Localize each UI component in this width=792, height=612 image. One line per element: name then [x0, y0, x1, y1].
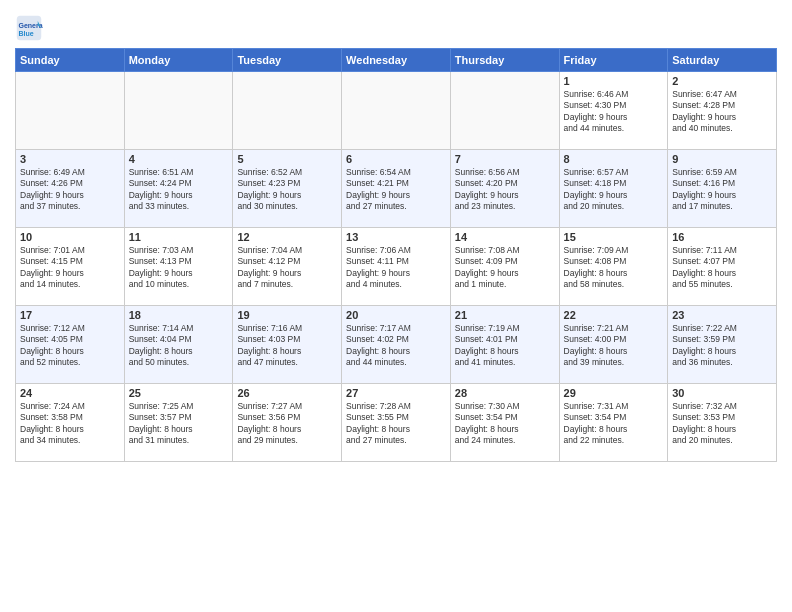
calendar-cell: 12Sunrise: 7:04 AM Sunset: 4:12 PM Dayli…: [233, 228, 342, 306]
day-info: Sunrise: 7:25 AM Sunset: 3:57 PM Dayligh…: [129, 401, 229, 447]
day-info: Sunrise: 7:08 AM Sunset: 4:09 PM Dayligh…: [455, 245, 555, 291]
logo: General Blue: [15, 14, 47, 42]
day-number: 14: [455, 231, 555, 243]
day-info: Sunrise: 7:19 AM Sunset: 4:01 PM Dayligh…: [455, 323, 555, 369]
calendar-cell: [124, 72, 233, 150]
calendar-cell: [342, 72, 451, 150]
col-header-monday: Monday: [124, 49, 233, 72]
day-number: 19: [237, 309, 337, 321]
day-info: Sunrise: 7:09 AM Sunset: 4:08 PM Dayligh…: [564, 245, 664, 291]
calendar-cell: 9Sunrise: 6:59 AM Sunset: 4:16 PM Daylig…: [668, 150, 777, 228]
day-number: 10: [20, 231, 120, 243]
day-info: Sunrise: 7:21 AM Sunset: 4:00 PM Dayligh…: [564, 323, 664, 369]
day-number: 5: [237, 153, 337, 165]
calendar-cell: 20Sunrise: 7:17 AM Sunset: 4:02 PM Dayli…: [342, 306, 451, 384]
day-number: 24: [20, 387, 120, 399]
logo-icon: General Blue: [15, 14, 43, 42]
main-container: General Blue SundayMondayTuesdayWednesda…: [0, 0, 792, 467]
day-number: 23: [672, 309, 772, 321]
day-info: Sunrise: 6:51 AM Sunset: 4:24 PM Dayligh…: [129, 167, 229, 213]
day-info: Sunrise: 7:32 AM Sunset: 3:53 PM Dayligh…: [672, 401, 772, 447]
day-info: Sunrise: 6:49 AM Sunset: 4:26 PM Dayligh…: [20, 167, 120, 213]
calendar-cell: 5Sunrise: 6:52 AM Sunset: 4:23 PM Daylig…: [233, 150, 342, 228]
calendar-cell: 25Sunrise: 7:25 AM Sunset: 3:57 PM Dayli…: [124, 384, 233, 462]
day-info: Sunrise: 7:17 AM Sunset: 4:02 PM Dayligh…: [346, 323, 446, 369]
calendar-cell: 28Sunrise: 7:30 AM Sunset: 3:54 PM Dayli…: [450, 384, 559, 462]
day-info: Sunrise: 7:27 AM Sunset: 3:56 PM Dayligh…: [237, 401, 337, 447]
day-number: 4: [129, 153, 229, 165]
calendar-week-row: 24Sunrise: 7:24 AM Sunset: 3:58 PM Dayli…: [16, 384, 777, 462]
day-info: Sunrise: 7:04 AM Sunset: 4:12 PM Dayligh…: [237, 245, 337, 291]
calendar-cell: 18Sunrise: 7:14 AM Sunset: 4:04 PM Dayli…: [124, 306, 233, 384]
day-number: 17: [20, 309, 120, 321]
day-number: 26: [237, 387, 337, 399]
day-number: 1: [564, 75, 664, 87]
calendar-header-row: SundayMondayTuesdayWednesdayThursdayFrid…: [16, 49, 777, 72]
day-number: 21: [455, 309, 555, 321]
day-info: Sunrise: 6:47 AM Sunset: 4:28 PM Dayligh…: [672, 89, 772, 135]
calendar-cell: 8Sunrise: 6:57 AM Sunset: 4:18 PM Daylig…: [559, 150, 668, 228]
calendar-cell: 14Sunrise: 7:08 AM Sunset: 4:09 PM Dayli…: [450, 228, 559, 306]
col-header-thursday: Thursday: [450, 49, 559, 72]
col-header-sunday: Sunday: [16, 49, 125, 72]
calendar-cell: 1Sunrise: 6:46 AM Sunset: 4:30 PM Daylig…: [559, 72, 668, 150]
day-number: 18: [129, 309, 229, 321]
day-info: Sunrise: 7:16 AM Sunset: 4:03 PM Dayligh…: [237, 323, 337, 369]
calendar-cell: 11Sunrise: 7:03 AM Sunset: 4:13 PM Dayli…: [124, 228, 233, 306]
calendar-cell: 30Sunrise: 7:32 AM Sunset: 3:53 PM Dayli…: [668, 384, 777, 462]
day-number: 3: [20, 153, 120, 165]
day-number: 6: [346, 153, 446, 165]
calendar-cell: 6Sunrise: 6:54 AM Sunset: 4:21 PM Daylig…: [342, 150, 451, 228]
col-header-friday: Friday: [559, 49, 668, 72]
calendar-cell: 4Sunrise: 6:51 AM Sunset: 4:24 PM Daylig…: [124, 150, 233, 228]
day-info: Sunrise: 7:11 AM Sunset: 4:07 PM Dayligh…: [672, 245, 772, 291]
calendar-cell: [233, 72, 342, 150]
day-number: 27: [346, 387, 446, 399]
day-info: Sunrise: 7:06 AM Sunset: 4:11 PM Dayligh…: [346, 245, 446, 291]
calendar-week-row: 3Sunrise: 6:49 AM Sunset: 4:26 PM Daylig…: [16, 150, 777, 228]
svg-text:Blue: Blue: [19, 30, 34, 37]
day-number: 9: [672, 153, 772, 165]
calendar-cell: 21Sunrise: 7:19 AM Sunset: 4:01 PM Dayli…: [450, 306, 559, 384]
calendar-cell: 3Sunrise: 6:49 AM Sunset: 4:26 PM Daylig…: [16, 150, 125, 228]
day-number: 11: [129, 231, 229, 243]
day-info: Sunrise: 6:54 AM Sunset: 4:21 PM Dayligh…: [346, 167, 446, 213]
calendar-cell: 15Sunrise: 7:09 AM Sunset: 4:08 PM Dayli…: [559, 228, 668, 306]
day-number: 2: [672, 75, 772, 87]
calendar-cell: 13Sunrise: 7:06 AM Sunset: 4:11 PM Dayli…: [342, 228, 451, 306]
day-number: 22: [564, 309, 664, 321]
day-number: 13: [346, 231, 446, 243]
day-info: Sunrise: 7:24 AM Sunset: 3:58 PM Dayligh…: [20, 401, 120, 447]
calendar-cell: 2Sunrise: 6:47 AM Sunset: 4:28 PM Daylig…: [668, 72, 777, 150]
day-info: Sunrise: 7:28 AM Sunset: 3:55 PM Dayligh…: [346, 401, 446, 447]
day-info: Sunrise: 6:46 AM Sunset: 4:30 PM Dayligh…: [564, 89, 664, 135]
calendar-cell: 23Sunrise: 7:22 AM Sunset: 3:59 PM Dayli…: [668, 306, 777, 384]
day-number: 20: [346, 309, 446, 321]
calendar-cell: 24Sunrise: 7:24 AM Sunset: 3:58 PM Dayli…: [16, 384, 125, 462]
calendar-cell: 29Sunrise: 7:31 AM Sunset: 3:54 PM Dayli…: [559, 384, 668, 462]
day-info: Sunrise: 7:30 AM Sunset: 3:54 PM Dayligh…: [455, 401, 555, 447]
col-header-tuesday: Tuesday: [233, 49, 342, 72]
col-header-saturday: Saturday: [668, 49, 777, 72]
day-info: Sunrise: 7:22 AM Sunset: 3:59 PM Dayligh…: [672, 323, 772, 369]
calendar-week-row: 10Sunrise: 7:01 AM Sunset: 4:15 PM Dayli…: [16, 228, 777, 306]
day-info: Sunrise: 7:03 AM Sunset: 4:13 PM Dayligh…: [129, 245, 229, 291]
day-info: Sunrise: 7:01 AM Sunset: 4:15 PM Dayligh…: [20, 245, 120, 291]
day-number: 30: [672, 387, 772, 399]
day-info: Sunrise: 6:57 AM Sunset: 4:18 PM Dayligh…: [564, 167, 664, 213]
day-number: 8: [564, 153, 664, 165]
day-info: Sunrise: 6:52 AM Sunset: 4:23 PM Dayligh…: [237, 167, 337, 213]
calendar-cell: 27Sunrise: 7:28 AM Sunset: 3:55 PM Dayli…: [342, 384, 451, 462]
calendar-cell: [450, 72, 559, 150]
header: General Blue: [15, 10, 777, 42]
col-header-wednesday: Wednesday: [342, 49, 451, 72]
calendar-week-row: 17Sunrise: 7:12 AM Sunset: 4:05 PM Dayli…: [16, 306, 777, 384]
day-number: 29: [564, 387, 664, 399]
day-info: Sunrise: 7:31 AM Sunset: 3:54 PM Dayligh…: [564, 401, 664, 447]
calendar-cell: 17Sunrise: 7:12 AM Sunset: 4:05 PM Dayli…: [16, 306, 125, 384]
day-info: Sunrise: 7:14 AM Sunset: 4:04 PM Dayligh…: [129, 323, 229, 369]
day-info: Sunrise: 6:56 AM Sunset: 4:20 PM Dayligh…: [455, 167, 555, 213]
day-number: 12: [237, 231, 337, 243]
calendar-cell: 16Sunrise: 7:11 AM Sunset: 4:07 PM Dayli…: [668, 228, 777, 306]
day-number: 25: [129, 387, 229, 399]
